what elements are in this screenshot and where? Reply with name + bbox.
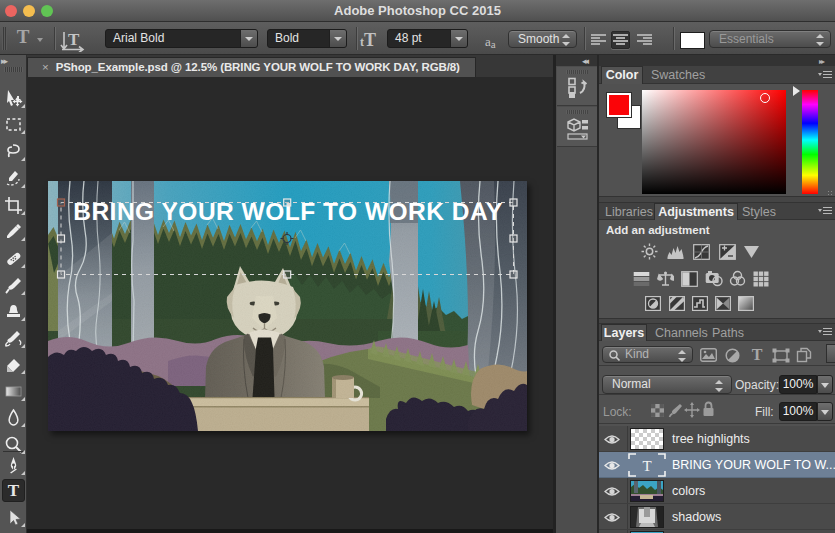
svg-text:T: T [642,458,651,474]
svg-text:T: T [68,30,80,49]
